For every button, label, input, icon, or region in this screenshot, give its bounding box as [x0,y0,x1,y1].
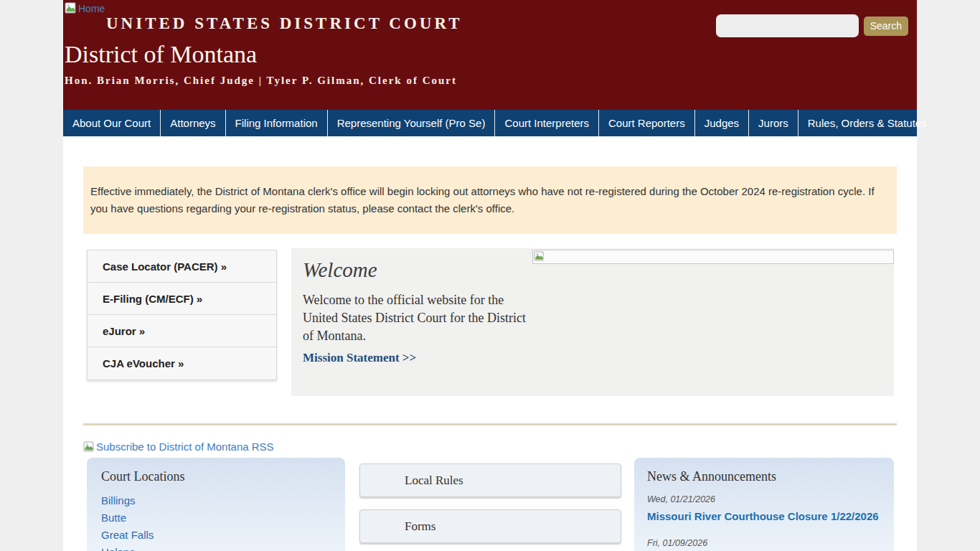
site-title: UNITED STATES DISTRICT COURT [106,14,463,33]
nav-item-court-reporters[interactable]: Court Reporters [599,110,695,136]
nav-item-judges[interactable]: Judges [695,110,749,136]
content-container: Home UNITED STATES DISTRICT COURT Distri… [63,0,917,551]
welcome-panel: Welcome Welcome to the official website … [291,248,894,396]
nav-item-representing-yourself[interactable]: Representing Yourself (Pro Se) [328,110,496,136]
welcome-body-text: Welcome to the official website for the … [303,291,540,345]
broken-image-icon [534,251,545,262]
forms-button[interactable]: Forms [359,509,621,543]
news-item-date: Fri, 01/09/2026 [647,538,880,548]
location-link-helena[interactable]: Helena [101,546,331,551]
quick-link-cja-evoucher[interactable]: CJA eVoucher » [88,347,276,380]
nav-item-filing-information[interactable]: Filing Information [226,110,328,136]
welcome-heading: Welcome [303,258,377,282]
mission-statement-link[interactable]: Mission Statement >> [303,351,416,365]
nav-item-about-our-court[interactable]: About Our Court [63,110,161,136]
quick-links-menu: Case Locator (PACER) » E-Filing (CM/ECF)… [87,250,277,380]
location-link-great-falls[interactable]: Great Falls [101,529,331,541]
court-locations-heading: Court Locations [101,469,331,484]
nav-item-jurors[interactable]: Jurors [749,110,798,136]
location-link-butte[interactable]: Butte [101,512,331,524]
home-link[interactable]: Home [65,2,105,14]
page: Home UNITED STATES DISTRICT COURT Distri… [0,0,980,551]
notice-text: Effective immediately, the District of M… [90,185,875,215]
rss-subscribe-label: Subscribe to District of Montana RSS [96,441,274,453]
broken-image-icon [65,2,77,14]
news-heading: News & Announcements [647,469,880,484]
news-announcements-panel: News & Announcements Wed, 01/21/2026 Mis… [634,458,894,551]
officials-line: Hon. Brian Morris, Chief Judge | Tyler P… [65,75,457,87]
court-locations-panel: Court Locations Billings Butte Great Fal… [87,458,345,551]
district-title: District of Montana [65,41,257,68]
quick-link-case-locator-pacer[interactable]: Case Locator (PACER) » [88,250,276,283]
search-button[interactable]: Search [864,17,908,36]
news-item-link-missouri-river-closure[interactable]: Missouri River Courthouse Closure 1/22/2… [647,510,880,522]
quick-link-efiling-cmecf[interactable]: E-Filing (CM/ECF) » [88,283,276,315]
horizontal-divider [83,423,897,425]
nav-item-rules-orders-statutes[interactable]: Rules, Orders & Statutes [798,110,936,136]
location-link-billings[interactable]: Billings [101,494,331,507]
site-header: Home UNITED STATES DISTRICT COURT Distri… [63,0,917,110]
search-input[interactable] [716,14,859,37]
home-link-label: Home [78,3,105,14]
nav-item-attorneys[interactable]: Attorneys [161,110,225,136]
broken-image-icon [83,441,95,453]
local-rules-button[interactable]: Local Rules [359,463,621,497]
main-navigation: About Our Court Attorneys Filing Informa… [63,110,917,136]
quick-link-ejuror[interactable]: eJuror » [88,315,276,347]
news-item-date: Wed, 01/21/2026 [647,494,880,504]
search-area: Search [716,14,908,37]
rss-subscribe-link[interactable]: Subscribe to District of Montana RSS [83,441,274,453]
banner-image-placeholder [532,250,894,264]
nav-item-court-interpreters[interactable]: Court Interpreters [495,110,599,136]
resource-buttons-column: Local Rules Forms [359,463,621,551]
notice-banner: Effective immediately, the District of M… [83,166,897,234]
